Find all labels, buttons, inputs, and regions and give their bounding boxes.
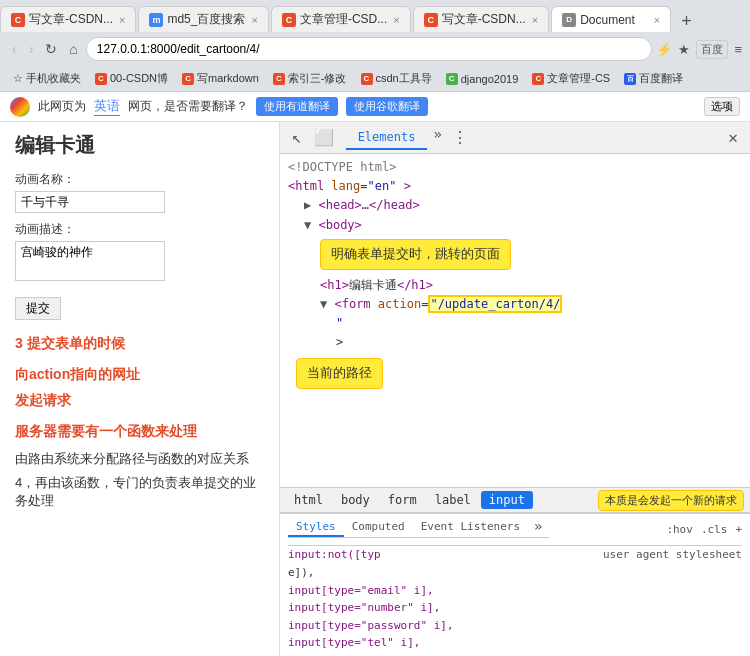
breadcrumb-input[interactable]: input — [481, 491, 533, 509]
address-bar: ‹ › ↻ ⌂ ⚡ ★ 百度 ≡ — [0, 32, 750, 66]
breadcrumb-form[interactable]: form — [380, 491, 425, 509]
bookmark-3[interactable]: C 写markdown — [177, 70, 264, 87]
css-line-4: input[type="number" i], — [288, 599, 742, 617]
tab-5[interactable]: D Document × — [551, 6, 671, 32]
google-translate-button[interactable]: 使用谷歌翻译 — [346, 97, 428, 116]
form-quote-close: " — [336, 316, 343, 330]
styles-tab-styles[interactable]: Styles — [288, 518, 344, 537]
breadcrumb-items: html body form label input — [286, 491, 596, 509]
bookmarks-bar: ☆ 手机收藏夹 C 00-CSDN博 C 写markdown C 索引三-修改 … — [0, 66, 750, 92]
baidu-button[interactable]: 百度 — [696, 40, 728, 59]
translate-options-button[interactable]: 选项 — [704, 97, 740, 116]
annotation-2: 向action指向的网址 发起请求 — [15, 362, 264, 412]
html-close-bracket: > — [404, 179, 411, 193]
devtools-header: ↖ ⬜ Elements » ⋮ ✕ — [280, 122, 750, 154]
html-line-html[interactable]: <html lang="en" > — [288, 177, 742, 196]
lang-attr: lang — [331, 179, 360, 193]
cursor-icon[interactable]: ↖ — [288, 126, 306, 149]
body-triangle[interactable]: ▼ — [304, 218, 311, 232]
styles-more-button[interactable]: » — [528, 518, 548, 537]
tab-close-4[interactable]: × — [526, 14, 538, 26]
html-line-body-open[interactable]: ▼ <body> — [288, 216, 742, 235]
home-button[interactable]: ⌂ — [65, 39, 81, 59]
tab-favicon-4: C — [424, 13, 438, 27]
tab-1[interactable]: C 写文章-CSDN... × — [0, 6, 136, 32]
more-tabs-button[interactable]: » — [427, 126, 447, 150]
bookmark-6[interactable]: C django2019 — [441, 72, 524, 86]
bookmark-label-7: 文章管理-CS — [547, 71, 610, 86]
menu-icon[interactable]: ≡ — [734, 42, 742, 57]
translate-lang[interactable]: 英语 — [94, 97, 120, 116]
elements-panel: <!DOCTYPE html> <html lang="en" > ▶ <hea… — [280, 154, 750, 656]
device-icon[interactable]: ⬜ — [310, 126, 338, 149]
bookmark-favicon-8: 百 — [624, 73, 636, 85]
css-input-tel: input[type="tel" i], — [288, 636, 420, 649]
styles-tab-event[interactable]: Event Listeners — [413, 518, 528, 537]
bookmark-label-4: 索引三-修改 — [288, 71, 347, 86]
add-rule-button[interactable]: + — [735, 523, 742, 536]
bookmark-2[interactable]: C 00-CSDN博 — [90, 70, 173, 87]
devtools-tabs: Elements » — [346, 126, 448, 150]
forward-button[interactable]: › — [25, 39, 38, 59]
annotation-bubble-container-2: 当前的路径 — [296, 354, 742, 393]
tab-2[interactable]: m md5_百度搜索 × — [138, 6, 268, 32]
html-line-h1[interactable]: <h1>编辑卡通</h1> — [288, 276, 742, 295]
bookmark-8[interactable]: 百 百度翻译 — [619, 70, 688, 87]
elements-tab[interactable]: Elements — [346, 126, 428, 150]
bookmark-7[interactable]: C 文章管理-CS — [527, 70, 615, 87]
youdao-translate-button[interactable]: 使用有道翻译 — [256, 97, 338, 116]
hov-button[interactable]: :hov — [666, 523, 693, 536]
annotations: 3 提交表单的时候 向action指向的网址 发起请求 服务器需要有一个函数来处… — [15, 332, 264, 510]
css-continuation: e]), — [288, 566, 315, 579]
tab-close-2[interactable]: × — [245, 14, 257, 26]
bookmark-favicon-5: C — [361, 73, 373, 85]
tab-close-1[interactable]: × — [113, 14, 125, 26]
bookmark-1[interactable]: ☆ 手机收藏夹 — [8, 70, 86, 87]
annotation-2-line2: 发起请求 — [15, 388, 264, 413]
devtools-menu-icon[interactable]: ⋮ — [452, 128, 468, 147]
css-source: user agent stylesheet — [603, 546, 742, 564]
extension-icon-1[interactable]: ⚡ — [656, 42, 672, 57]
cls-button[interactable]: .cls — [701, 523, 728, 536]
animation-name-input[interactable] — [15, 191, 165, 213]
tab-favicon-3: C — [282, 13, 296, 27]
css-line-3: input[type="email" i], — [288, 582, 742, 600]
bookmark-favicon-6: C — [446, 73, 458, 85]
tab-favicon-2: m — [149, 13, 163, 27]
breadcrumb-body[interactable]: body — [333, 491, 378, 509]
address-input[interactable] — [86, 37, 653, 61]
bookmark-5[interactable]: C csdn工具导 — [356, 70, 437, 87]
tab-bar: C 写文章-CSDN... × m md5_百度搜索 × C 文章管理-CSD.… — [0, 0, 750, 32]
head-triangle[interactable]: ▶ — [304, 198, 311, 212]
bookmark-favicon-2: C — [95, 73, 107, 85]
tab-3[interactable]: C 文章管理-CSD... × — [271, 6, 411, 32]
bookmark-4[interactable]: C 索引三-修改 — [268, 70, 352, 87]
tab-label-5: Document — [580, 13, 635, 27]
breadcrumb-html[interactable]: html — [286, 491, 331, 509]
extension-icon-2[interactable]: ★ — [678, 42, 690, 57]
html-line-form[interactable]: ▼ <form action="/update_carton/4/ — [288, 295, 742, 314]
html-line-head[interactable]: ▶ <head>…</head> — [288, 196, 742, 215]
submit-button[interactable]: 提交 — [15, 297, 61, 320]
breadcrumb-label[interactable]: label — [427, 491, 479, 509]
h1-close-tag: </h1> — [397, 278, 433, 292]
bookmark-favicon-7: C — [532, 73, 544, 85]
form-triangle[interactable]: ▼ — [320, 297, 327, 311]
styles-tabs: Styles Computed Event Listeners » — [288, 518, 549, 538]
tab-4[interactable]: C 写文章-CSDN... × — [413, 6, 549, 32]
annotation-5: 4，再由该函数，专门的负责表单提交的业务处理 — [15, 474, 264, 510]
styles-header: Styles Computed Event Listeners » :hov .… — [288, 518, 742, 546]
tab-close-5[interactable]: × — [648, 14, 660, 26]
annotation-bubble-2: 当前的路径 — [296, 358, 383, 389]
new-tab-button[interactable]: + — [673, 11, 700, 32]
back-button[interactable]: ‹ — [8, 39, 21, 59]
devtools-close-button[interactable]: ✕ — [724, 128, 742, 147]
tab-favicon-5: D — [562, 13, 576, 27]
tab-close-3[interactable]: × — [387, 14, 399, 26]
form-tag: <form — [334, 297, 370, 311]
bookmark-label-8: 百度翻译 — [639, 71, 683, 86]
reload-button[interactable]: ↻ — [41, 39, 61, 59]
css-line-1: input:not([typ user agent stylesheet — [288, 546, 742, 564]
styles-tab-computed[interactable]: Computed — [344, 518, 413, 537]
animation-desc-input[interactable]: 宫崎骏的神作 — [15, 241, 165, 281]
